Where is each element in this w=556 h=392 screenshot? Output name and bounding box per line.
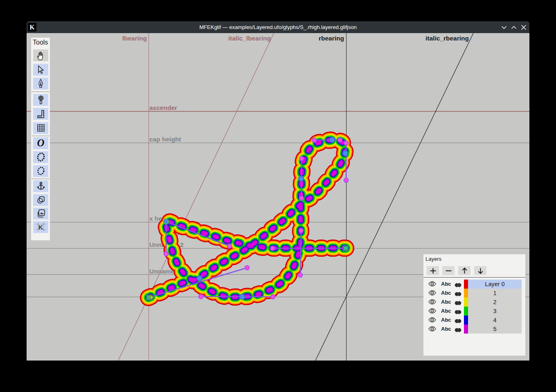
svg-text:italic_rbearing: italic_rbearing bbox=[425, 35, 469, 42]
svg-text:cap height: cap height bbox=[149, 136, 181, 143]
svg-text:K: K bbox=[38, 224, 43, 231]
svg-text:italic_lbearing: italic_lbearing bbox=[228, 35, 271, 42]
svg-text:lbearing: lbearing bbox=[122, 35, 147, 42]
svg-text:ascender: ascender bbox=[149, 104, 177, 111]
svg-text:rbearing: rbearing bbox=[319, 35, 344, 42]
